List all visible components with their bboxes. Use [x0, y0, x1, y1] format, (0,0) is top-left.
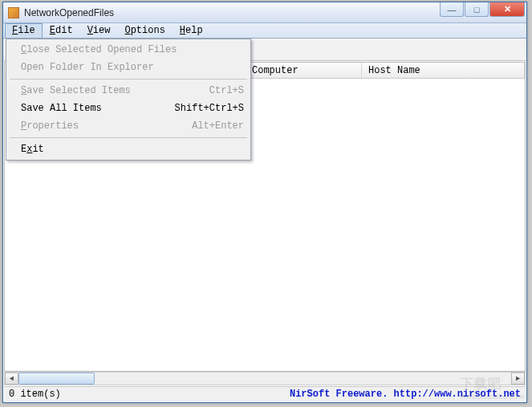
column-header-hostname[interactable]: Host Name: [362, 63, 525, 78]
menu-save-all[interactable]: Save All Items Shift+Ctrl+S: [8, 100, 249, 117]
window-title: NetworkOpenedFiles: [24, 7, 114, 18]
column-header-computer[interactable]: Computer: [246, 63, 362, 78]
statusbar: 0 item(s) NirSoft Freeware. http://www.n…: [4, 386, 526, 401]
menu-save-selected[interactable]: Save Selected Items Ctrl+S: [8, 82, 249, 100]
scroll-track[interactable]: [18, 372, 511, 385]
window-controls: — □ ✕: [439, 2, 525, 17]
menubar: File Edit View Options Help: [3, 23, 526, 39]
app-icon: [8, 7, 19, 18]
file-menu-dropdown: Close Selected Opened Files Open Folder …: [6, 39, 251, 161]
close-button[interactable]: ✕: [489, 2, 525, 17]
horizontal-scrollbar[interactable]: ◄ ►: [4, 372, 526, 385]
titlebar: NetworkOpenedFiles — □ ✕: [3, 2, 526, 23]
menu-edit[interactable]: Edit: [43, 23, 80, 38]
scroll-left-arrow-icon[interactable]: ◄: [5, 372, 18, 385]
menu-options[interactable]: Options: [117, 23, 172, 38]
scroll-right-arrow-icon[interactable]: ►: [511, 372, 525, 385]
menu-separator: [10, 79, 247, 79]
menu-view[interactable]: View: [80, 23, 118, 38]
menu-help[interactable]: Help: [173, 23, 210, 38]
app-window: NetworkOpenedFiles — □ ✕ File Edit View …: [2, 2, 527, 403]
minimize-button[interactable]: —: [440, 2, 464, 17]
menu-open-folder[interactable]: Open Folder In Explorer: [8, 59, 249, 76]
menu-close-selected[interactable]: Close Selected Opened Files: [8, 41, 249, 59]
status-credit: NirSoft Freeware. http://www.nirsoft.net: [290, 389, 521, 400]
maximize-button[interactable]: □: [465, 2, 489, 17]
scroll-thumb[interactable]: [18, 372, 95, 385]
menu-file[interactable]: File: [5, 23, 43, 38]
status-item-count: 0 item(s): [9, 389, 169, 400]
menu-properties[interactable]: Properties Alt+Enter: [8, 117, 249, 135]
menu-exit[interactable]: Exit: [8, 140, 249, 158]
menu-separator: [10, 137, 247, 138]
